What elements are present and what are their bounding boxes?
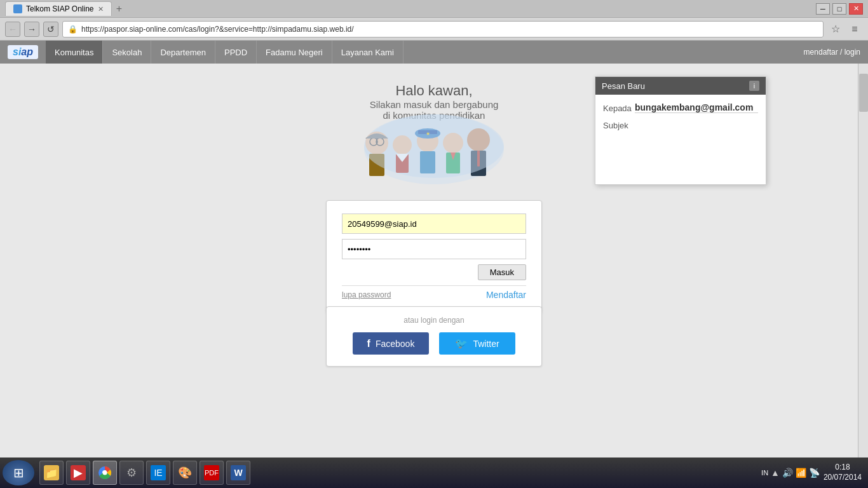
social-buttons: f Facebook 🐦 Twitter — [342, 332, 526, 355]
nav-item-departemen[interactable]: Departemen — [151, 41, 215, 64]
tab-favicon — [13, 4, 22, 13]
pdf-icon: PDF — [204, 465, 219, 480]
taskbar-item-chrome[interactable] — [93, 461, 117, 485]
taskbar-item-settings[interactable]: ⚙ — [119, 461, 144, 485]
kepada-label: Kepada — [603, 102, 635, 113]
media-icon: ▶ — [71, 465, 86, 480]
svg-point-20 — [103, 471, 107, 475]
kepada-input[interactable] — [635, 102, 758, 113]
system-tray: IN ▲ 🔊 📶 📡 0:18 20/07/2014 — [761, 463, 865, 482]
twitter-label: Twitter — [473, 339, 499, 349]
address-input-box[interactable]: 🔒 https://paspor.siap-online.com/cas/log… — [62, 21, 824, 37]
bookmark-button[interactable]: ☆ — [827, 21, 844, 37]
facebook-label: Facebook — [376, 339, 414, 349]
minimize-button[interactable]: ─ — [816, 3, 830, 15]
taskbar-item-paint[interactable]: 🎨 — [173, 461, 197, 485]
chrome-icon — [97, 465, 112, 480]
url-display: https://paspor.siap-online.com/cas/login… — [81, 25, 818, 34]
nav-menu: Komunitas Sekolah Departemen PPDD Fadamu… — [46, 41, 403, 64]
clock-time: 0:18 — [824, 463, 862, 473]
windows-icon: ⊞ — [13, 465, 24, 480]
tray-signal-icon: 📡 — [809, 468, 820, 478]
masuk-button[interactable]: Masuk — [478, 264, 526, 280]
folder-icon: 📁 — [44, 465, 59, 480]
lock-icon: 🔒 — [68, 25, 78, 34]
tray-arrow-icon: ▲ — [771, 468, 780, 478]
browser-titlebar: Telkom SIAP Online ✕ + ─ □ ✕ — [0, 0, 868, 18]
register-link[interactable]: Mendaftar — [486, 290, 526, 300]
subjek-label: Subjek — [603, 119, 635, 130]
explorer-icon: IE — [151, 465, 166, 480]
taskbar-item-word[interactable]: W — [226, 461, 250, 485]
system-clock[interactable]: 0:18 20/07/2014 — [824, 463, 862, 482]
taskbar-item-explorer[interactable]: IE — [146, 461, 170, 485]
twitter-icon: 🐦 — [455, 337, 468, 349]
forgot-password-link[interactable]: lupa password — [342, 290, 391, 299]
pesan-title: Pesan Baru — [602, 81, 645, 91]
nav-item-sekolah[interactable]: Sekolah — [103, 41, 151, 64]
pesan-info-icon[interactable]: i — [749, 81, 759, 91]
word-icon: W — [231, 465, 246, 480]
settings-icon: ⚙ — [124, 465, 139, 480]
nav-auth-links[interactable]: mendaftar / login — [804, 48, 860, 57]
cloud-background — [364, 114, 504, 178]
nav-item-layanan[interactable]: Layanan Kami — [332, 41, 403, 64]
social-login-box: atau login dengan f Facebook 🐦 Twitter — [326, 306, 542, 367]
menu-button[interactable]: ≡ — [846, 21, 863, 37]
tray-icons: IN ▲ 🔊 📶 📡 — [761, 468, 820, 478]
tray-speaker-icon: 🔊 — [782, 468, 793, 478]
subjek-textarea[interactable] — [635, 119, 758, 170]
username-input[interactable] — [342, 214, 526, 234]
tray-lang: IN — [761, 469, 768, 477]
scrollbar-thumb[interactable] — [859, 74, 868, 112]
pesan-kepada-row: Kepada — [603, 102, 758, 113]
tab-title: Telkom SIAP Online — [26, 4, 94, 13]
illustration: ★ — [339, 108, 529, 191]
nav-item-komunitas[interactable]: Komunitas — [46, 41, 103, 64]
app-navbar: siap Komunitas Sekolah Departemen PPDD F… — [0, 41, 868, 64]
facebook-login-button[interactable]: f Facebook — [353, 332, 429, 355]
facebook-icon: f — [367, 338, 370, 349]
paint-icon: 🎨 — [177, 465, 193, 480]
main-content: Halo kawan, Silakan masuk dan bergabung … — [0, 64, 868, 458]
taskbar-item-media[interactable]: ▶ — [66, 461, 90, 485]
tray-network-icon: 📶 — [796, 468, 806, 478]
maximize-button[interactable]: □ — [832, 3, 846, 15]
password-input[interactable] — [342, 239, 526, 259]
refresh-button[interactable]: ↺ — [43, 22, 58, 37]
nav-item-fadamu[interactable]: Fadamu Negeri — [257, 41, 332, 64]
pesan-subjek-row: Subjek — [603, 119, 758, 170]
pesan-header: Pesan Baru i — [595, 77, 766, 95]
window-controls: ─ □ ✕ — [816, 3, 863, 15]
taskbar-item-folder[interactable]: 📁 — [39, 461, 64, 485]
browser-tab[interactable]: Telkom SIAP Online ✕ — [5, 1, 112, 16]
tab-close-button[interactable]: ✕ — [98, 5, 104, 13]
twitter-login-button[interactable]: 🐦 Twitter — [439, 332, 515, 355]
back-button[interactable]: ← — [5, 22, 20, 37]
address-bar: ← → ↺ 🔒 https://paspor.siap-online.com/c… — [0, 18, 868, 41]
forward-button[interactable]: → — [24, 22, 39, 37]
login-box: Masuk lupa password Mendaftar — [326, 200, 542, 313]
browser-scrollbar[interactable] — [858, 64, 868, 458]
clock-date: 20/07/2014 — [824, 473, 862, 483]
taskbar: ⊞ 📁 ▶ ⚙ IE 🎨 PDF W — [0, 458, 868, 488]
siap-logo[interactable]: siap — [8, 45, 38, 59]
greeting-line1: Halo kawan, — [370, 83, 499, 99]
pesan-body: Kepada Subjek — [595, 95, 766, 184]
taskbar-item-pdf[interactable]: PDF — [200, 461, 224, 485]
new-tab-button[interactable]: + — [112, 1, 127, 17]
pesan-baru-popup: Pesan Baru i Kepada Subjek — [595, 76, 766, 185]
browser-actions: ☆ ≡ — [827, 21, 863, 37]
start-button[interactable]: ⊞ — [3, 460, 34, 485]
close-button[interactable]: ✕ — [849, 3, 863, 15]
social-login-label: atau login dengan — [342, 316, 526, 325]
nav-item-ppdd[interactable]: PPDD — [215, 41, 257, 64]
